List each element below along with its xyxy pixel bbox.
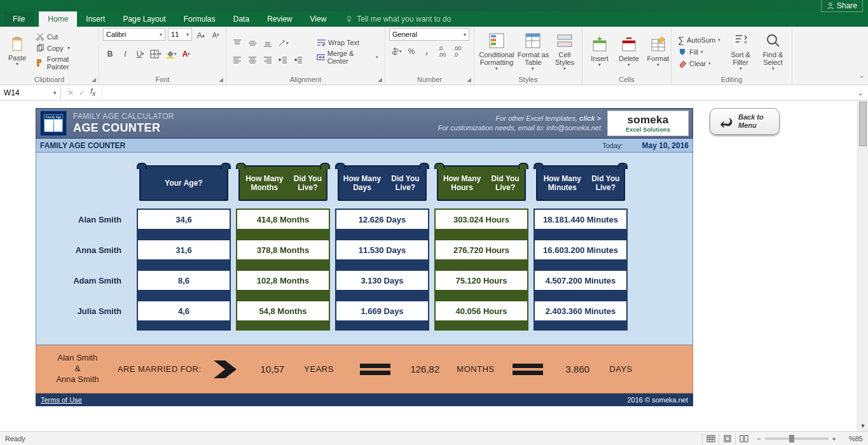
- formula-input[interactable]: [102, 85, 853, 100]
- bold-button[interactable]: B: [103, 47, 117, 61]
- number-format-combo[interactable]: General▾: [389, 28, 469, 41]
- orientation-button[interactable]: ▾: [276, 36, 290, 50]
- scroll-down-button[interactable]: ▼: [858, 421, 868, 431]
- cell-minutes[interactable]: 4.507.200 Minutes: [534, 270, 628, 291]
- zoom-in-button[interactable]: +: [832, 435, 836, 442]
- insert-cells-button[interactable]: Insert▾: [586, 34, 613, 69]
- accounting-format-button[interactable]: ▾: [389, 44, 403, 58]
- cell-minutes[interactable]: 2.403.360 Minutes: [534, 300, 628, 322]
- someka-logo[interactable]: someka Excel Solutions: [607, 111, 689, 136]
- cell-hours[interactable]: 276.720 Hours: [434, 239, 528, 261]
- underline-button[interactable]: U▾: [134, 47, 148, 61]
- tab-review[interactable]: Review: [258, 11, 301, 27]
- page-layout-view-button[interactable]: [719, 433, 735, 444]
- cell-months[interactable]: 414,8 Months: [236, 209, 330, 230]
- format-as-table-button[interactable]: Format as Table▾: [518, 31, 549, 72]
- cancel-formula-button[interactable]: ✕: [67, 88, 74, 97]
- cell-minutes[interactable]: 18.181.440 Minutes: [534, 209, 628, 230]
- decrease-font-button[interactable]: A▾: [210, 28, 222, 42]
- increase-indent-button[interactable]: [291, 53, 305, 67]
- back-to-menu-button[interactable]: Back toMenu: [710, 108, 780, 135]
- tab-home[interactable]: Home: [39, 11, 77, 27]
- paste-button[interactable]: Paste▾: [4, 34, 31, 69]
- tab-data[interactable]: Data: [224, 11, 258, 27]
- cell-months[interactable]: 378,8 Months: [236, 239, 330, 261]
- increase-decimal-button[interactable]: .0.00: [435, 44, 449, 58]
- cell-hours[interactable]: 40.056 Hours: [434, 300, 528, 322]
- terms-link[interactable]: Terms of Use: [41, 396, 82, 404]
- name-box[interactable]: W14▾: [0, 85, 61, 100]
- font-name-combo[interactable]: Calibri▾: [103, 28, 165, 41]
- tab-file[interactable]: File: [4, 11, 34, 27]
- tab-page-layout[interactable]: Page Layout: [114, 11, 174, 27]
- increase-font-button[interactable]: A▴: [195, 28, 207, 42]
- cell-age[interactable]: 31,6: [137, 239, 231, 261]
- enter-formula-button[interactable]: ✓: [79, 88, 85, 97]
- cell-styles-button[interactable]: Cell Styles▾: [551, 31, 578, 72]
- vertical-scrollbar[interactable]: ▲ ▼: [857, 100, 868, 431]
- autosum-button[interactable]: ∑AutoSum▾: [675, 34, 723, 46]
- italic-button[interactable]: I: [118, 47, 132, 61]
- cell-hours[interactable]: 75.120 Hours: [434, 270, 528, 291]
- insert-function-button[interactable]: fx: [90, 87, 95, 97]
- chevron-down-icon: ▾: [495, 66, 498, 71]
- fill-color-button[interactable]: ▾: [164, 47, 178, 61]
- page-break-view-button[interactable]: [735, 433, 752, 444]
- sort-filter-button[interactable]: Sort & Filter▾: [726, 31, 755, 72]
- format-painter-button[interactable]: Format Painter: [33, 55, 95, 71]
- zoom-value[interactable]: %85: [840, 435, 863, 442]
- formula-expand-button[interactable]: ⌄: [853, 85, 868, 100]
- align-center-button[interactable]: [245, 53, 259, 67]
- decrease-decimal-button[interactable]: .00.0: [450, 44, 464, 58]
- delete-cells-button[interactable]: Delete▾: [616, 34, 642, 69]
- align-middle-button[interactable]: [245, 36, 259, 50]
- cell-minutes[interactable]: 16.603.200 Minutes: [534, 239, 628, 261]
- format-cells-button[interactable]: Format▾: [645, 34, 672, 69]
- zoom-out-button[interactable]: −: [757, 435, 761, 442]
- align-top-button[interactable]: [230, 36, 244, 50]
- zoom-slider[interactable]: [765, 437, 829, 440]
- cell-days[interactable]: 12.626 Days: [335, 209, 429, 230]
- clipboard-launcher[interactable]: ◢: [90, 76, 97, 83]
- decrease-indent-button[interactable]: [276, 53, 290, 67]
- cell-age[interactable]: 8,6: [137, 270, 231, 291]
- cut-button[interactable]: Cut: [33, 32, 95, 42]
- cell-age[interactable]: 4,6: [137, 300, 231, 322]
- tell-me-search[interactable]: Tell me what you want to do: [345, 11, 451, 27]
- cell-days[interactable]: 11.530 Days: [335, 239, 429, 261]
- alignment-launcher[interactable]: ◢: [376, 76, 383, 83]
- align-right-button[interactable]: [261, 53, 275, 67]
- scroll-thumb[interactable]: [859, 102, 867, 146]
- tab-insert[interactable]: Insert: [77, 11, 114, 27]
- cell-months[interactable]: 102,8 Months: [236, 270, 330, 291]
- align-left-button[interactable]: [230, 53, 244, 67]
- married-p2: Anna Smith: [56, 374, 99, 385]
- conditional-formatting-button[interactable]: Conditional Formatting▾: [478, 31, 515, 72]
- ribbon-collapse-button[interactable]: ⌃: [859, 75, 864, 82]
- find-select-button[interactable]: Find & Select▾: [758, 31, 788, 72]
- comma-button[interactable]: ,: [420, 44, 434, 58]
- cell-hours[interactable]: 303.024 Hours: [434, 209, 528, 230]
- align-bottom-button[interactable]: [261, 36, 275, 50]
- font-launcher[interactable]: ◢: [217, 76, 224, 83]
- number-launcher[interactable]: ◢: [465, 76, 472, 83]
- normal-view-button[interactable]: [702, 433, 719, 444]
- hdr-line1b-link[interactable]: click >: [579, 114, 601, 122]
- chevron-down-icon: ▾: [657, 62, 659, 67]
- cell-months[interactable]: 54,8 Months: [236, 300, 330, 322]
- copy-button[interactable]: Copy▾: [33, 43, 95, 53]
- tab-formulas[interactable]: Formulas: [175, 11, 224, 27]
- cell-age[interactable]: 34,6: [137, 209, 231, 230]
- share-button[interactable]: Share: [821, 0, 863, 12]
- percent-button[interactable]: %: [404, 44, 418, 58]
- cell-days[interactable]: 1.669 Days: [335, 300, 429, 322]
- fill-button[interactable]: Fill▾: [675, 47, 723, 57]
- wrap-text-button[interactable]: Wrap Text: [314, 38, 381, 48]
- tab-view[interactable]: View: [301, 11, 336, 27]
- merge-center-button[interactable]: Merge & Center▾: [314, 49, 381, 65]
- font-size-combo[interactable]: 11▾: [168, 28, 192, 41]
- cell-days[interactable]: 3.130 Days: [335, 270, 429, 291]
- borders-button[interactable]: ▾: [149, 47, 163, 61]
- font-color-button[interactable]: A▾: [179, 47, 193, 61]
- clear-button[interactable]: Clear▾: [675, 58, 723, 69]
